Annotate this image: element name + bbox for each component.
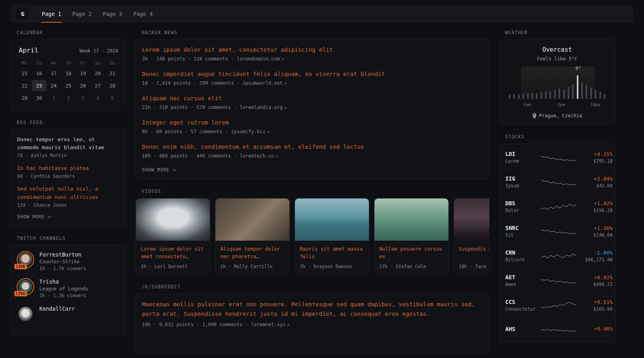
- stock-symbol: AHS: [505, 326, 541, 332]
- rss-item[interactable]: In hac habitasse platea 8d · Cynthia Sau…: [17, 164, 120, 179]
- video-card[interactable]: Aliquam tempor dolor nec pharetra… 1h · …: [215, 198, 290, 274]
- live-badge: LIVE: [14, 264, 27, 269]
- weather-bars: [506, 74, 609, 99]
- video-card[interactable]: Suspendis diam 18h · Tara: [454, 198, 489, 274]
- post-source-link[interactable]: loremtech.co: [240, 153, 274, 159]
- calendar-day-header: Fr: [76, 58, 90, 68]
- channel-avatar[interactable]: LIVE: [17, 251, 34, 268]
- channel-meta: 1h · 1.7k viewers: [39, 266, 86, 271]
- video-thumbnail[interactable]: [454, 198, 489, 241]
- video-card[interactable]: Lorem ipsum dolor sit amet consectetu… 1…: [136, 198, 210, 274]
- twitch-channel-row[interactable]: LIVE Trisha League of Legends 3h · 1.2k …: [17, 278, 120, 298]
- stock-price: $165.84: [576, 306, 613, 312]
- twitch-channel-row[interactable]: LIVE ForrestBurton Counter-Strike 1h · 1…: [17, 251, 120, 271]
- stock-symbol: LDI: [505, 151, 541, 157]
- twitch-channel-row[interactable]: LIVE KendallCarr: [17, 305, 120, 322]
- post-title[interactable]: Maecenas mollis pulvinar erat non posuer…: [142, 300, 476, 319]
- weather-bar: [572, 84, 574, 99]
- weather-bar: [549, 91, 551, 99]
- post-title[interactable]: Aliquam nec cursus elit: [142, 94, 483, 103]
- weather-bar: [568, 87, 569, 99]
- live-badge: LIVE: [14, 291, 27, 296]
- calendar-day-headers: MoTuWeThFrSaSu: [17, 58, 120, 68]
- stock-price: $42.04: [576, 183, 613, 189]
- calendar-day: 25: [61, 80, 76, 91]
- twitch-widget: TWITCH CHANNELS LIVE ForrestBurton Count…: [11, 235, 126, 336]
- chevron-down-icon: [47, 214, 51, 218]
- stock-sparkline: [541, 323, 576, 335]
- subreddit-section-title: /R/SUBREDDIT: [142, 284, 489, 290]
- page-tab[interactable]: Page 3: [97, 5, 128, 23]
- weather-bar: [599, 91, 601, 99]
- stock-sparkline: [541, 300, 576, 311]
- post-source-link[interactable]: loremnet.xyz: [251, 322, 286, 327]
- post-source-link[interactable]: ipsumify.biz: [231, 129, 266, 134]
- rss-item[interactable]: Donec tempor eros leo, ut commodo mauris…: [17, 136, 120, 158]
- page-tab-label: Page 1: [42, 11, 61, 17]
- page-tab[interactable]: Page 4: [128, 5, 158, 23]
- stock-name: Lorem: [505, 158, 541, 164]
- video-thumbnail[interactable]: [295, 198, 369, 241]
- video-thumbnail[interactable]: [215, 198, 289, 241]
- post-source-link[interactable]: loremdomain.com: [237, 56, 279, 62]
- channel-avatar[interactable]: LIVE: [17, 305, 34, 322]
- external-link-icon[interactable]: ↗: [267, 129, 270, 134]
- calendar-day: 15: [17, 68, 32, 79]
- stock-price: $795.18: [576, 158, 613, 164]
- video-title[interactable]: Mauris sit amet massa felis: [300, 245, 364, 261]
- post-item: Donec enim nibh, condimentum et accumsan…: [142, 143, 483, 159]
- rss-show-more-button[interactable]: SHOW MORE: [17, 214, 120, 220]
- post-meta: 19h · 9,932 points · 1,090 comments · lo…: [142, 322, 483, 327]
- external-link-icon[interactable]: ↗: [287, 322, 289, 327]
- stock-row: CCS Consectetur +0.51% $165.84: [499, 293, 615, 317]
- post-title[interactable]: Donec imperdiet augue tincidunt felis al…: [142, 70, 483, 78]
- video-title[interactable]: Lorem ipsum dolor sit amet consectetu…: [141, 245, 205, 261]
- post-source-link[interactable]: ipsumworld.net: [242, 80, 283, 86]
- calendar-day-header: Su: [105, 58, 120, 68]
- rss-item-meta: 7d · Ashlyn Martin: [17, 153, 120, 158]
- video-title[interactable]: Aliquam tempor dolor nec pharetra…: [220, 245, 285, 261]
- page-tab[interactable]: Page 1: [36, 5, 67, 23]
- stock-symbol: SNRC: [505, 225, 541, 231]
- video-title[interactable]: Nullam posuere cursus ex: [379, 245, 444, 261]
- rss-item-meta: 8d · Cynthia Saunders: [17, 173, 120, 179]
- weather-bar: [554, 90, 556, 99]
- rss-item-title[interactable]: Donec tempor eros leo, ut commodo mauris…: [17, 136, 120, 152]
- external-link-icon[interactable]: ↗: [275, 153, 278, 159]
- video-thumbnail[interactable]: [136, 198, 210, 241]
- stock-price: $148.64: [576, 232, 613, 238]
- calendar-section-title: CALENDAR: [17, 30, 126, 35]
- calendar-day: 18: [61, 68, 76, 79]
- post-title[interactable]: Integer eget rutrum lorem: [142, 119, 483, 127]
- external-link-icon[interactable]: ↗: [281, 56, 284, 62]
- post-item: Aliquam nec cursus elit 21h · 710 points…: [142, 94, 483, 110]
- channel-name[interactable]: Trisha: [39, 278, 88, 285]
- stock-sparkline: [541, 226, 576, 237]
- weather-widget: WEATHER Overcast Feels like 5°C 9° 6am2p…: [499, 30, 615, 125]
- hackernews-show-more-button[interactable]: SHOW MORE: [142, 167, 483, 173]
- channel-avatar[interactable]: LIVE: [17, 278, 34, 295]
- rss-item-title[interactable]: In hac habitasse platea: [17, 164, 120, 172]
- rss-item-title[interactable]: Sed volutpat nulla nisl, a condimentum n…: [17, 185, 120, 201]
- external-link-icon[interactable]: ↗: [284, 105, 287, 110]
- channel-name[interactable]: KendallCarr: [39, 305, 75, 312]
- stock-row: DBS Dolor +1.42% $156.28: [499, 194, 615, 219]
- weather-location-row: Prague, Czechia: [506, 113, 609, 119]
- video-card[interactable]: Mauris sit amet massa felis 7h · Grayson…: [295, 198, 369, 274]
- post-source-link[interactable]: loremlandia.org: [240, 105, 283, 110]
- page-tab[interactable]: Page 2: [67, 5, 97, 23]
- external-link-icon[interactable]: ↗: [284, 80, 287, 86]
- calendar-day-header: Mo: [17, 58, 32, 68]
- video-thumbnail[interactable]: [374, 198, 448, 241]
- stock-name: Bitcorn: [505, 257, 541, 263]
- post-title[interactable]: Donec enim nibh, condimentum et accumsan…: [142, 143, 483, 151]
- post-title[interactable]: Lorem ipsum dolor sit amet, consectetur …: [142, 46, 483, 54]
- app-logo[interactable]: G: [16, 8, 30, 20]
- calendar-day-header: Tu: [32, 58, 47, 68]
- channel-name[interactable]: ForrestBurton: [39, 251, 86, 258]
- weather-bar: [586, 85, 587, 99]
- video-title[interactable]: Suspendis diam: [459, 245, 489, 261]
- video-card[interactable]: Nullam posuere cursus ex 17h · Stefan Co…: [374, 198, 449, 274]
- weather-bar: [595, 90, 596, 99]
- rss-item[interactable]: Sed volutpat nulla nisl, a condimentum n…: [17, 185, 120, 208]
